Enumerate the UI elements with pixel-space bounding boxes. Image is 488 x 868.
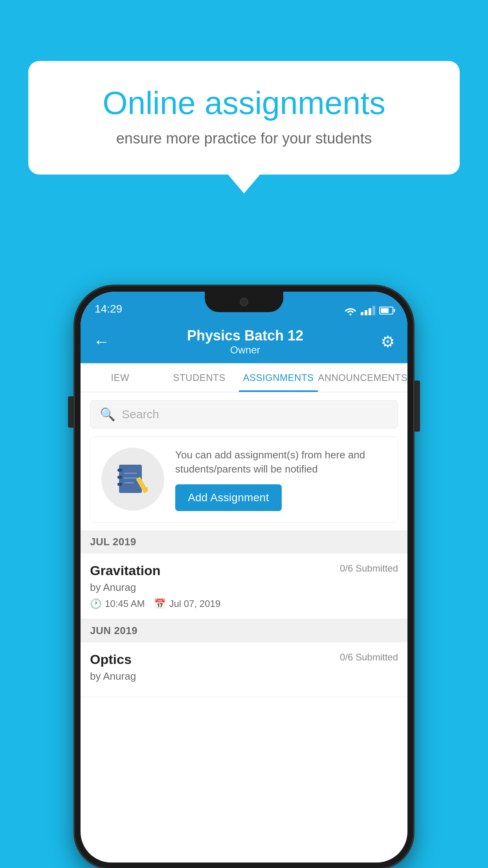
app-header: ← Physics Batch 12 Owner ⚙ bbox=[81, 320, 407, 363]
assignment-meta: 🕐 10:45 AM 📅 Jul 07, 2019 bbox=[90, 598, 398, 609]
promo-card: You can add assignment(s) from here and … bbox=[90, 436, 398, 522]
speech-bubble-subtitle: ensure more practice for your students bbox=[57, 130, 431, 147]
header-subtitle: Owner bbox=[187, 344, 303, 356]
assignment-date: 📅 Jul 07, 2019 bbox=[154, 598, 220, 609]
tab-assignments[interactable]: ASSIGNMENTS bbox=[239, 363, 318, 392]
speech-bubble-container: Online assignments ensure more practice … bbox=[28, 61, 460, 175]
camera bbox=[240, 298, 248, 306]
calendar-icon: 📅 bbox=[154, 598, 166, 609]
phone-screen: 14:29 bbox=[81, 292, 407, 862]
svg-point-0 bbox=[350, 314, 352, 316]
assignment-submitted: 0/6 Submitted bbox=[340, 563, 398, 574]
status-time: 14:29 bbox=[95, 303, 122, 315]
tab-students[interactable]: STUDENTS bbox=[160, 363, 238, 392]
settings-icon[interactable]: ⚙ bbox=[381, 333, 395, 351]
clock-icon: 🕐 bbox=[90, 598, 102, 609]
wifi-icon bbox=[344, 306, 357, 315]
svg-rect-4 bbox=[117, 483, 122, 486]
search-bar[interactable]: 🔍 Search bbox=[90, 400, 398, 428]
phone-outer: 14:29 bbox=[75, 286, 413, 868]
section-header-jul-2019: JUL 2019 bbox=[81, 530, 407, 554]
svg-rect-6 bbox=[124, 477, 137, 479]
status-icons bbox=[344, 306, 393, 315]
header-title: Physics Batch 12 bbox=[187, 327, 303, 344]
speech-bubble-title: Online assignments bbox=[57, 85, 431, 121]
svg-rect-5 bbox=[124, 473, 137, 474]
promo-content: You can add assignment(s) from here and … bbox=[175, 448, 387, 511]
assignment-item-optics[interactable]: Optics 0/6 Submitted by Anurag bbox=[81, 642, 407, 697]
back-button[interactable]: ← bbox=[93, 332, 110, 351]
assignment-submitted-optics: 0/6 Submitted bbox=[340, 652, 398, 663]
header-title-block: Physics Batch 12 Owner bbox=[187, 327, 303, 356]
phone-frame: 14:29 bbox=[75, 286, 413, 868]
svg-rect-3 bbox=[117, 476, 122, 479]
add-assignment-button[interactable]: Add Assignment bbox=[175, 484, 282, 511]
search-placeholder: Search bbox=[122, 408, 159, 421]
battery-icon bbox=[379, 307, 393, 314]
phone-notch bbox=[205, 292, 283, 312]
assignment-name: Gravitation bbox=[90, 563, 160, 578]
assignment-by: by Anurag bbox=[90, 581, 398, 594]
tabs-bar: IEW STUDENTS ASSIGNMENTS ANNOUNCEMENTS bbox=[81, 363, 407, 392]
svg-rect-7 bbox=[124, 482, 134, 484]
search-icon: 🔍 bbox=[100, 407, 116, 422]
assignment-top-row-optics: Optics 0/6 Submitted bbox=[90, 652, 398, 667]
promo-text: You can add assignment(s) from here and … bbox=[175, 448, 387, 476]
assignment-time: 🕐 10:45 AM bbox=[90, 598, 145, 609]
assignment-by-optics: by Anurag bbox=[90, 670, 398, 682]
svg-rect-2 bbox=[117, 469, 122, 472]
promo-icon-circle bbox=[101, 448, 164, 511]
signal-icon bbox=[361, 306, 375, 315]
tab-announcements[interactable]: ANNOUNCEMENTS bbox=[318, 363, 407, 392]
notebook-icon bbox=[115, 462, 150, 497]
section-header-jun-2019: JUN 2019 bbox=[81, 619, 407, 642]
scrollable-content: 🔍 Search bbox=[81, 392, 407, 862]
search-container: 🔍 Search bbox=[81, 392, 407, 436]
assignment-top-row: Gravitation 0/6 Submitted bbox=[90, 563, 398, 578]
speech-bubble: Online assignments ensure more practice … bbox=[28, 61, 460, 175]
assignment-item-gravitation[interactable]: Gravitation 0/6 Submitted by Anurag 🕐 10… bbox=[81, 554, 407, 619]
tab-overview[interactable]: IEW bbox=[81, 363, 160, 392]
assignment-name-optics: Optics bbox=[90, 652, 132, 667]
phone-inner: 14:29 bbox=[81, 292, 407, 862]
